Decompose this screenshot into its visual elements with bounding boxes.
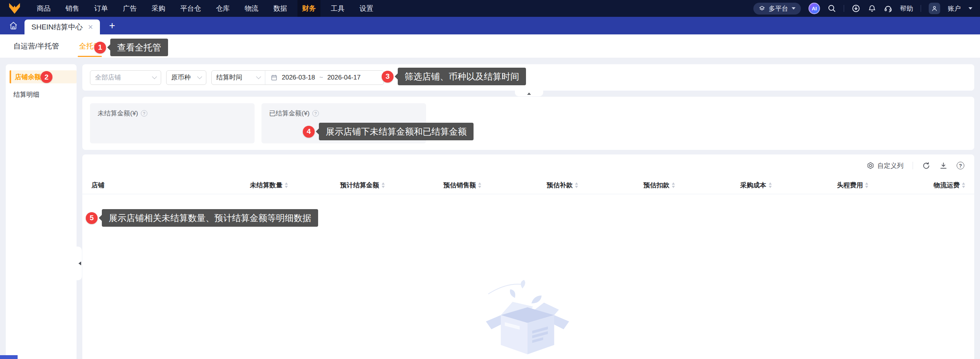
shein-settlement-center-page: 商品 销售 订单 广告 采购 平台仓 仓库 物流 数据 财务 工具 设置 多平台	[0, 0, 980, 359]
nav-item-sales[interactable]: 销售	[61, 0, 84, 17]
divider	[844, 5, 844, 12]
account-menu[interactable]: 账户	[948, 4, 961, 13]
refresh-icon[interactable]	[922, 162, 930, 170]
sort-icon	[865, 181, 868, 190]
calendar-icon	[271, 74, 278, 81]
guide-step-5: 5 展示店铺相关未结算数量、预计结算金额等明细数据	[86, 209, 318, 227]
date-start-value: 2026-03-18	[282, 74, 315, 81]
guide-tooltip-5: 展示店铺相关未结算数量、预计结算金额等明细数据	[102, 209, 318, 227]
nav-item-products[interactable]: 商品	[32, 0, 55, 17]
chevron-down-icon	[152, 74, 157, 79]
guide-badge-2[interactable]: 2	[41, 71, 52, 83]
chevron-left-icon	[77, 262, 81, 265]
home-icon[interactable]	[8, 21, 18, 31]
empty-state: 暂无数据	[484, 279, 572, 359]
settlement-date-filter: 结算时间 2026-03-18 ~ 2026-04-17	[211, 70, 384, 85]
column-header-purchase-cost[interactable]: 采购成本	[675, 181, 772, 190]
notifications-bell-icon[interactable]	[868, 4, 876, 13]
nav-item-settings[interactable]: 设置	[355, 0, 378, 17]
date-type-select[interactable]: 结算时间	[212, 71, 265, 84]
nav-item-platform-warehouse[interactable]: 平台仓	[176, 0, 206, 17]
sidebar-collapse-handle[interactable]	[77, 247, 82, 280]
divider	[921, 5, 921, 12]
export-download-icon[interactable]	[939, 162, 947, 170]
guide-badge-3[interactable]: 3	[382, 71, 394, 83]
sort-icon	[672, 181, 675, 190]
gear-icon	[867, 162, 874, 169]
column-label: 采购成本	[740, 181, 766, 190]
date-separator: ~	[319, 74, 323, 81]
guide-step-1: 1 查看全托管	[94, 39, 168, 56]
nav-item-warehouse[interactable]: 仓库	[211, 0, 234, 17]
nav-item-purchasing[interactable]: 采购	[147, 0, 170, 17]
column-label: 预估补款	[547, 181, 573, 190]
sort-icon	[478, 181, 481, 190]
bottom-floating-widget	[0, 355, 18, 359]
sort-icon	[769, 181, 772, 190]
guide-badge-4[interactable]: 4	[303, 126, 315, 138]
nav-item-tools[interactable]: 工具	[326, 0, 349, 17]
table-header-row: 店铺 未结算数量 预计结算金额 预估销售额 预估补款 预估扣款	[82, 177, 974, 194]
guide-badge-1[interactable]: 1	[94, 42, 106, 54]
nav-item-ads[interactable]: 广告	[118, 0, 141, 17]
search-icon[interactable]	[828, 4, 836, 13]
table-help-icon[interactable]: ?	[957, 162, 964, 169]
column-header-logistics-fee[interactable]: 物流运费	[868, 181, 965, 190]
column-label: 未结算数量	[250, 181, 283, 190]
filter-collapse-button[interactable]	[515, 91, 543, 96]
chevron-down-icon	[256, 74, 261, 79]
sidebar-item-settlement-detail[interactable]: 结算明细	[6, 88, 77, 101]
download-center-icon[interactable]	[852, 4, 860, 13]
platform-switcher[interactable]: 多平台	[753, 3, 801, 15]
settled-amount-label: 已结算金额(¥)	[269, 109, 310, 118]
guide-step-3: 3 筛选店铺、币种以及结算时间	[382, 68, 526, 85]
sidebar: 店铺余额 结算明细	[6, 64, 77, 359]
column-label: 预计结算金额	[340, 181, 379, 190]
nav-item-data[interactable]: 数据	[269, 0, 292, 17]
column-label: 头程费用	[837, 181, 863, 190]
column-header-est-settlement-amount[interactable]: 预计结算金额	[288, 181, 385, 190]
balance-summary-card: 未结算金额(¥) ? 已结算金额(¥) ?	[82, 97, 974, 150]
shop-select[interactable]: 全部店铺	[90, 70, 161, 85]
help-circle-icon[interactable]: ?	[141, 110, 147, 117]
shop-select-value: 全部店铺	[95, 73, 121, 82]
unsettled-amount-box: 未结算金额(¥) ?	[90, 103, 255, 143]
tab-self-operated[interactable]: 自运营/半托管	[13, 34, 59, 58]
column-header-est-deduction[interactable]: 预估扣款	[578, 181, 675, 190]
navbar-right-cluster: 多平台 AI	[753, 0, 972, 17]
sort-icon	[285, 181, 288, 190]
workspace-tabstrip: SHEIN结算中心 × +	[0, 17, 980, 34]
column-header-first-leg-fee[interactable]: 头程费用	[772, 181, 869, 190]
app-logo-icon[interactable]	[8, 2, 21, 15]
workspace-tab-shein-settlement[interactable]: SHEIN结算中心 ×	[24, 19, 100, 34]
date-range-picker[interactable]: 2026-03-18 ~ 2026-04-17	[265, 74, 384, 81]
add-tab-button[interactable]: +	[109, 20, 115, 32]
guide-tooltip-3: 筛选店铺、币种以及结算时间	[398, 68, 526, 85]
customize-columns-button[interactable]: 自定义列	[867, 161, 903, 170]
chevron-down-icon	[792, 7, 795, 11]
help-circle-icon[interactable]: ?	[312, 110, 319, 117]
column-header-est-supplement[interactable]: 预估补款	[481, 181, 578, 190]
user-avatar-icon[interactable]	[929, 3, 940, 14]
sort-icon	[962, 181, 965, 190]
support-headset-icon[interactable]	[884, 4, 892, 13]
ai-assistant-button[interactable]: AI	[808, 3, 820, 14]
nav-item-finance[interactable]: 财务	[297, 0, 320, 17]
help-link[interactable]: 帮助	[900, 4, 913, 13]
chevron-down-icon	[969, 7, 972, 11]
filter-bar: 全部店铺 原币种 结算时间 2026-03-18 ~ 2026-04-17	[82, 64, 974, 91]
table-toolbar: 自定义列 ?	[82, 154, 974, 177]
guide-step-2: 2	[41, 71, 52, 83]
column-label: 预估扣款	[644, 181, 670, 190]
chevron-down-icon	[197, 74, 202, 79]
column-label: 物流运费	[934, 181, 960, 190]
sort-icon	[382, 181, 385, 190]
column-header-unsettled-qty[interactable]: 未结算数量	[191, 181, 288, 190]
currency-select[interactable]: 原币种	[166, 70, 206, 85]
column-header-est-sales[interactable]: 预估销售额	[385, 181, 482, 190]
nav-item-logistics[interactable]: 物流	[240, 0, 263, 17]
close-icon[interactable]: ×	[88, 23, 93, 31]
workspace-tab-label: SHEIN结算中心	[31, 22, 83, 32]
guide-badge-5[interactable]: 5	[86, 212, 98, 224]
nav-item-orders[interactable]: 订单	[90, 0, 113, 17]
